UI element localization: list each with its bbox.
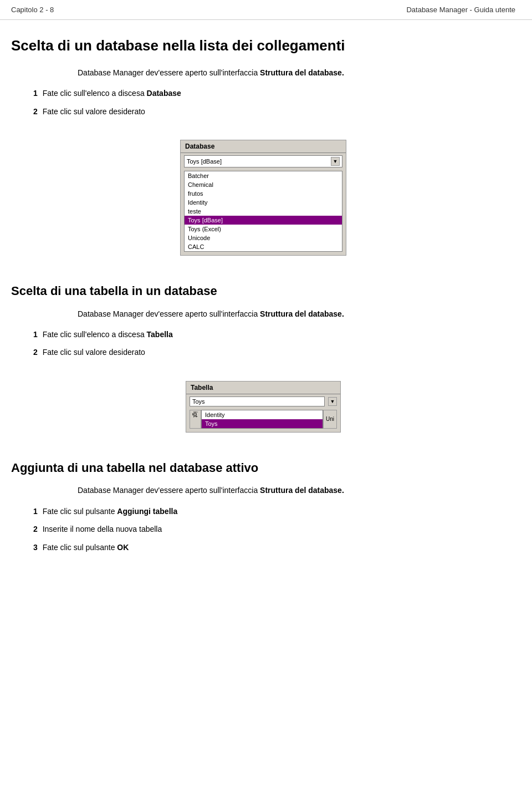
s2-step2-text: Fate clic sul valore desiderato <box>43 348 145 357</box>
s3-step2-number: 2 <box>33 525 38 533</box>
s3-step3-number: 3 <box>33 543 38 552</box>
s2-step1-number: 1 <box>33 330 38 339</box>
tab-list-item[interactable]: Identity <box>202 410 323 419</box>
section3-intro-bold: Struttura del database. <box>260 486 344 495</box>
db-list: Batcher Chemical frutos Identity teste T… <box>184 171 342 252</box>
section3-step2: 2 Inserite il nome della nuova tabella <box>33 523 515 535</box>
tab-list: Identity Toys <box>201 410 323 429</box>
db-screenshot-title: Database <box>181 140 346 153</box>
step1-number: 1 <box>33 89 38 98</box>
db-dropdown-value[interactable]: Toys [dBase] ▼ <box>184 155 342 167</box>
db-list-item[interactable]: frutos <box>185 189 342 198</box>
section2-intro-bold: Struttura del database. <box>260 309 344 318</box>
s3-step3-keyword: OK <box>117 543 129 552</box>
tab-dropdown-arrow-icon[interactable]: ▼ <box>328 397 337 406</box>
db-screenshot: Database Toys [dBase] ▼ Batcher Chemical… <box>180 140 346 256</box>
section3-intro: Database Manager dev'essere aperto sull'… <box>78 484 515 496</box>
tab-screenshot-wrapper: Tabella Toys ▼ igt Identity Toys Uni <box>11 370 515 444</box>
section2-title: Scelta di una tabella in un database <box>11 283 515 299</box>
section1-title: Scelta di un database nella lista dei co… <box>11 37 515 55</box>
page-header: Capitolo 2 - 8 Database Manager - Guida … <box>0 0 532 20</box>
step2-text: Fate clic sul valore desiderato <box>43 107 145 116</box>
step1-text: Fate clic sull'elenco a discesa <box>43 89 145 98</box>
section2-step2: 2 Fate clic sul valore desiderato <box>33 346 515 358</box>
section2-intro-text: Database Manager dev'essere aperto sull'… <box>78 309 258 318</box>
tab-dropdown-row: Toys ▼ <box>186 394 340 409</box>
section2-intro: Database Manager dev'essere aperto sull'… <box>78 308 515 320</box>
section3-intro-text: Database Manager dev'essere aperto sull'… <box>78 486 258 495</box>
s3-step1-number: 1 <box>33 507 38 516</box>
tab-right-label: Uni <box>323 410 337 429</box>
section3-title: Aggiunta di una tabella nel database att… <box>11 460 515 476</box>
section2-steps: 1 Fate clic sull'elenco a discesa Tabell… <box>33 328 515 359</box>
page-content: Scelta di un database nella lista dei co… <box>0 31 532 581</box>
section-table-choice: Scelta di una tabella in un database Dat… <box>11 283 515 444</box>
chapter-label: Capitolo 2 - 8 <box>11 6 54 14</box>
section2-step1: 1 Fate clic sull'elenco a discesa Tabell… <box>33 328 515 340</box>
db-list-item-selected[interactable]: Toys [dBase] <box>185 216 342 225</box>
db-list-item[interactable]: Chemical <box>185 180 342 189</box>
section1-intro-text: Database Manager dev'essere aperto sull'… <box>78 68 258 77</box>
section3-step1: 1 Fate clic sul pulsante Aggiungi tabell… <box>33 505 515 517</box>
tab-screenshot-title: Tabella <box>186 382 340 394</box>
db-screenshot-wrapper: Database Toys [dBase] ▼ Batcher Chemical… <box>11 129 515 267</box>
s2-step1-keyword: Tabella <box>147 330 173 339</box>
db-list-item[interactable]: Unicode <box>185 233 342 242</box>
step1-keyword: Database <box>147 89 181 98</box>
tab-left-label: igt <box>190 410 201 429</box>
s2-step2-number: 2 <box>33 348 38 357</box>
tab-screenshot: Tabella Toys ▼ igt Identity Toys Uni <box>186 381 341 433</box>
section-db-list: Scelta di un database nella lista dei co… <box>11 37 515 267</box>
guide-title: Database Manager - Guida utente <box>406 6 515 14</box>
section1-intro-bold: Struttura del database. <box>260 68 344 77</box>
s3-step1-keyword: Aggiungi tabella <box>117 507 177 516</box>
section1-intro: Database Manager dev'essere aperto sull'… <box>78 67 515 79</box>
db-dropdown-arrow-icon[interactable]: ▼ <box>331 157 340 166</box>
db-list-item[interactable]: Toys (Excel) <box>185 225 342 233</box>
db-list-item[interactable]: Batcher <box>185 171 342 180</box>
db-dropdown-field: Toys [dBase] ▼ <box>181 153 346 170</box>
section1-step2: 2 Fate clic sul valore desiderato <box>33 105 515 118</box>
s2-step1-text: Fate clic sull'elenco a discesa <box>43 330 145 339</box>
section-add-table: Aggiunta di una tabella nel database att… <box>11 460 515 553</box>
s3-step1-text: Fate clic sul pulsante <box>43 507 115 516</box>
section3-steps: 1 Fate clic sul pulsante Aggiungi tabell… <box>33 505 515 553</box>
section1-steps: 1 Fate clic sull'elenco a discesa Databa… <box>33 87 515 118</box>
db-list-item[interactable]: Identity <box>185 198 342 207</box>
step2-number: 2 <box>33 107 38 116</box>
s3-step3-text: Fate clic sul pulsante <box>43 543 115 552</box>
tab-dropdown-value[interactable]: Toys <box>190 396 325 406</box>
db-list-item[interactable]: CALC <box>185 242 342 251</box>
s3-step2-text: Inserite il nome della nuova tabella <box>43 525 162 533</box>
section1-step1: 1 Fate clic sull'elenco a discesa Databa… <box>33 87 515 99</box>
tab-list-item-selected[interactable]: Toys <box>202 419 323 428</box>
db-list-item[interactable]: teste <box>185 207 342 216</box>
section3-step3: 3 Fate clic sul pulsante OK <box>33 541 515 553</box>
